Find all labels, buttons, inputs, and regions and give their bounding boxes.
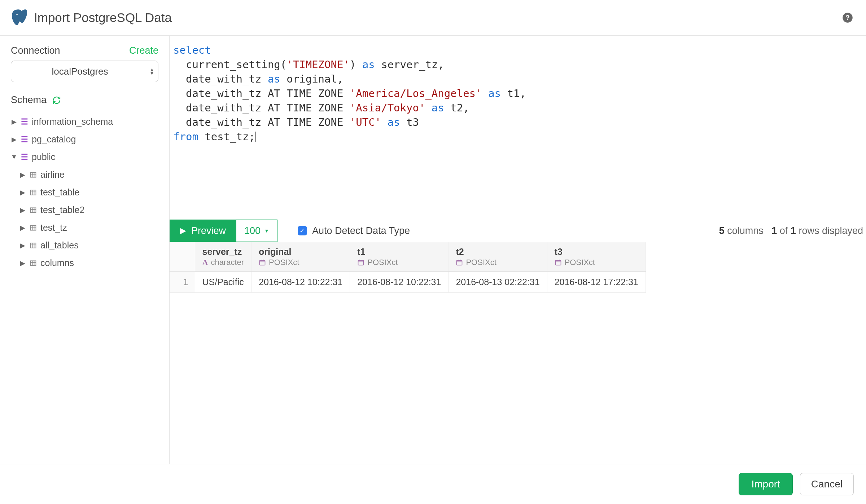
column-header-server_tz[interactable]: server_tzAcharacter [195,242,252,272]
caret-right-icon: ▶ [19,242,26,249]
auto-detect-checkbox[interactable]: ✓ Auto Detect Data Type [298,225,410,236]
schema-name: public [32,152,55,162]
table-item-test_table[interactable]: ▶test_table [19,184,158,201]
table-name: test_tz [40,222,67,233]
schema-name: pg_catalog [32,134,76,145]
table-name: test_table [40,187,79,198]
cell: 2016-08-12 17:22:31 [547,272,646,293]
create-connection-link[interactable]: Create [129,45,158,56]
header: Import PostgreSQL Data ? [0,0,866,36]
preview-button-label: Preview [191,225,226,236]
caret-right-icon: ▶ [11,118,17,126]
row-limit-dropdown[interactable]: 100 ▼ [236,220,277,242]
schema-item-pg_catalog[interactable]: ▶☰pg_catalog [11,131,158,148]
cell: 2016-08-13 02:22:31 [449,272,547,293]
svg-rect-28 [260,260,265,265]
footer: Import Cancel [0,464,866,504]
table-item-all_tables[interactable]: ▶all_tables [19,236,158,254]
table-icon [30,171,37,178]
main: select current_setting('TIMEZONE') as se… [170,36,866,464]
auto-detect-label: Auto Detect Data Type [312,225,410,236]
help-icon[interactable]: ? [841,12,854,24]
datetime-type-icon [456,259,463,266]
svg-rect-20 [31,243,36,248]
column-header-t3[interactable]: t3POSIXct [547,242,646,272]
svg-rect-32 [358,260,364,265]
svg-rect-16 [31,225,36,230]
table-icon [30,242,37,249]
cell: 2016-08-12 10:22:31 [252,272,350,293]
table-icon [30,260,37,267]
caret-right-icon: ▶ [19,171,26,179]
cell: US/Pacific [195,272,252,293]
table-item-test_table2[interactable]: ▶test_table2 [19,201,158,219]
table-icon [30,189,37,196]
datetime-type-icon [357,259,364,266]
column-name: t3 [555,247,638,257]
page-title: Import PostgreSQL Data [34,10,172,25]
schema-item-information_schema[interactable]: ▶☰information_schema [11,113,158,131]
column-type: POSIXct [565,258,595,267]
sql-editor[interactable]: select current_setting('TIMEZONE') as se… [170,36,866,220]
svg-point-1 [17,14,17,15]
connection-label: Connection [11,45,60,56]
cell: 2016-08-12 10:22:31 [350,272,449,293]
checkbox-checked-icon: ✓ [298,226,307,235]
schema-icon: ☰ [21,152,28,162]
sidebar: Connection Create localPostgres ▴▾ Schem… [0,36,170,464]
results-table: server_tzAcharacteroriginalPOSIXctt1POSI… [170,242,646,293]
schema-icon: ☰ [21,117,28,127]
svg-rect-4 [31,172,36,177]
chevron-down-icon: ▼ [264,228,269,234]
refresh-schema-icon[interactable] [52,96,61,105]
row-limit-value: 100 [244,225,261,236]
column-type: POSIXct [466,258,496,267]
table-row[interactable]: 1US/Pacific2016-08-12 10:22:312016-08-12… [170,272,646,293]
table-item-test_tz[interactable]: ▶test_tz [19,219,158,236]
table-icon [30,207,37,214]
cancel-button[interactable]: Cancel [800,473,854,495]
table-name: test_table2 [40,205,84,215]
caret-down-icon: ▼ [11,153,17,161]
caret-right-icon: ▶ [19,259,26,267]
column-name: t2 [456,247,539,257]
caret-right-icon: ▶ [19,206,26,214]
table-name: all_tables [40,240,79,251]
postgresql-logo-icon [9,6,30,29]
svg-rect-12 [31,208,36,212]
column-header-original[interactable]: originalPOSIXct [252,242,350,272]
column-name: server_tz [202,247,244,257]
datetime-type-icon [259,259,266,266]
schema-icon: ☰ [21,135,28,144]
caret-right-icon: ▶ [11,136,17,143]
table-item-airline[interactable]: ▶airline [19,166,158,184]
column-name: t1 [357,247,441,257]
rownum-header [170,242,195,272]
column-header-t2[interactable]: t2POSIXct [449,242,547,272]
import-button[interactable]: Import [739,473,792,495]
play-icon: ▶ [180,226,186,235]
row-number: 1 [170,272,195,293]
schema-item-public[interactable]: ▼☰public [11,148,158,166]
connection-select[interactable]: localPostgres [11,61,158,82]
svg-text:?: ? [845,14,849,21]
caret-right-icon: ▶ [19,224,26,232]
svg-rect-36 [457,260,462,265]
column-header-t1[interactable]: t1POSIXct [350,242,449,272]
column-name: original [259,247,342,257]
svg-rect-40 [555,260,561,265]
svg-rect-24 [31,261,36,265]
preview-button[interactable]: ▶ Preview [170,220,236,242]
table-item-columns[interactable]: ▶columns [19,254,158,272]
preview-toolbar: ▶ Preview 100 ▼ ✓ Auto Detect Data Type … [170,220,866,242]
result-stats: 5 columns 1 of 1 rows displayed [719,225,866,236]
caret-right-icon: ▶ [19,189,26,196]
character-type-icon: A [202,258,208,267]
table-icon [30,224,37,231]
column-type: POSIXct [269,258,299,267]
table-name: airline [40,169,65,180]
schema-label: Schema [11,94,47,106]
column-type: POSIXct [367,258,398,267]
column-type: character [211,258,244,267]
datetime-type-icon [555,259,562,266]
